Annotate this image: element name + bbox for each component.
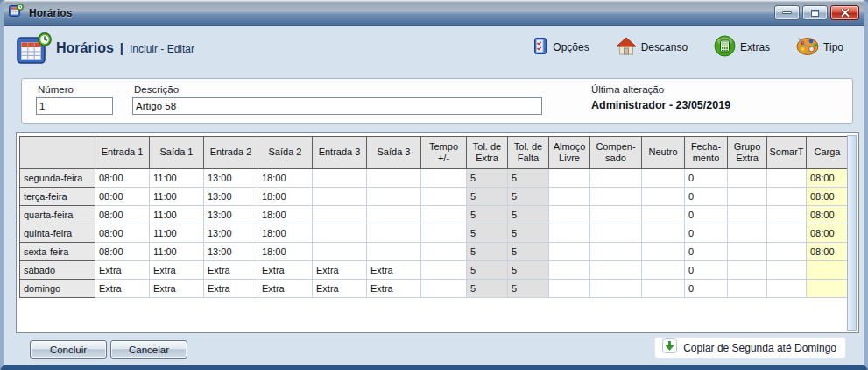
- schedule-cell[interactable]: Extra: [313, 280, 367, 298]
- schedule-cell[interactable]: [549, 224, 590, 243]
- schedule-cell[interactable]: [421, 224, 467, 243]
- schedule-cell[interactable]: [642, 243, 685, 261]
- schedule-cell[interactable]: [728, 169, 767, 188]
- schedule-cell[interactable]: [728, 188, 767, 206]
- schedule-cell[interactable]: 0: [685, 261, 728, 280]
- schedule-cell[interactable]: Extra: [150, 280, 204, 298]
- schedule-cell[interactable]: Extra: [313, 261, 367, 280]
- schedule-cell[interactable]: 08:00: [95, 224, 150, 243]
- schedule-cell[interactable]: [421, 206, 467, 224]
- schedule-cell[interactable]: [642, 206, 685, 224]
- schedule-cell[interactable]: 5: [508, 280, 549, 298]
- numero-input[interactable]: [36, 97, 113, 115]
- schedule-cell[interactable]: [642, 188, 685, 206]
- schedule-cell[interactable]: [367, 169, 421, 188]
- schedule-cell[interactable]: [313, 169, 367, 188]
- schedule-cell[interactable]: 18:00: [258, 188, 313, 206]
- schedule-cell[interactable]: [767, 206, 807, 224]
- schedule-cell[interactable]: [728, 206, 767, 224]
- schedule-cell[interactable]: 11:00: [150, 206, 204, 224]
- schedule-cell[interactable]: [590, 188, 642, 206]
- schedule-cell[interactable]: [767, 188, 807, 206]
- extras-button[interactable]: Extras: [714, 35, 770, 60]
- schedule-cell[interactable]: 5: [508, 188, 549, 206]
- schedule-cell[interactable]: Extra: [258, 261, 313, 280]
- schedule-cell[interactable]: 18:00: [258, 243, 313, 261]
- schedule-cell[interactable]: [549, 280, 590, 298]
- schedule-cell[interactable]: [313, 243, 367, 261]
- schedule-cell[interactable]: 5: [508, 243, 549, 261]
- schedule-cell[interactable]: 08:00: [807, 243, 849, 261]
- schedule-cell[interactable]: 0: [685, 188, 728, 206]
- schedule-cell[interactable]: [767, 224, 807, 243]
- schedule-cell[interactable]: [367, 224, 421, 243]
- copy-monday-sunday-button[interactable]: Copiar de Segunda até Domingo: [654, 337, 846, 359]
- schedule-cell[interactable]: 08:00: [95, 243, 150, 261]
- schedule-cell[interactable]: 0: [685, 206, 728, 224]
- maximize-button[interactable]: [802, 5, 828, 20]
- schedule-cell[interactable]: 08:00: [807, 169, 849, 188]
- schedule-cell[interactable]: 0: [685, 280, 728, 298]
- schedule-cell[interactable]: [590, 243, 642, 261]
- schedule-cell[interactable]: 18:00: [258, 169, 313, 188]
- schedule-cell[interactable]: [728, 261, 767, 280]
- opcoes-button[interactable]: Opções: [532, 37, 589, 58]
- schedule-cell[interactable]: 08:00: [95, 206, 150, 224]
- schedule-cell[interactable]: 11:00: [150, 188, 204, 206]
- schedule-cell[interactable]: [767, 280, 807, 298]
- schedule-cell[interactable]: [767, 169, 807, 188]
- schedule-cell[interactable]: 13:00: [204, 224, 258, 243]
- schedule-cell[interactable]: [313, 224, 367, 243]
- schedule-cell[interactable]: Extra: [367, 280, 421, 298]
- schedule-cell[interactable]: [642, 169, 685, 188]
- schedule-cell[interactable]: 5: [508, 206, 549, 224]
- schedule-cell[interactable]: 11:00: [150, 243, 204, 261]
- schedule-cell[interactable]: [549, 206, 590, 224]
- concluir-button[interactable]: Concluir: [30, 340, 107, 359]
- schedule-cell[interactable]: [728, 224, 767, 243]
- schedule-cell[interactable]: [421, 280, 467, 298]
- descanso-button[interactable]: Descanso: [616, 37, 688, 59]
- schedule-cell[interactable]: Extra: [204, 280, 258, 298]
- schedule-cell[interactable]: Extra: [367, 261, 421, 280]
- close-button[interactable]: [830, 5, 859, 20]
- schedule-cell[interactable]: 08:00: [807, 188, 849, 206]
- schedule-cell[interactable]: 13:00: [204, 243, 258, 261]
- schedule-cell[interactable]: [313, 206, 367, 224]
- schedule-cell[interactable]: [590, 280, 642, 298]
- schedule-cell[interactable]: 18:00: [258, 206, 313, 224]
- schedule-cell[interactable]: [421, 169, 467, 188]
- schedule-cell[interactable]: [642, 224, 685, 243]
- schedule-cell[interactable]: 13:00: [204, 169, 258, 188]
- schedule-cell[interactable]: [367, 206, 421, 224]
- schedule-cell[interactable]: [421, 243, 467, 261]
- tipo-button[interactable]: Tipo: [796, 36, 843, 59]
- minimize-button[interactable]: [774, 5, 800, 20]
- schedule-cell[interactable]: [590, 261, 642, 280]
- schedule-cell[interactable]: 5: [467, 243, 508, 261]
- schedule-cell[interactable]: 0: [685, 224, 728, 243]
- schedule-cell[interactable]: [728, 243, 767, 261]
- schedule-cell[interactable]: [590, 169, 642, 188]
- schedule-cell[interactable]: [549, 188, 590, 206]
- schedule-cell[interactable]: Extra: [150, 261, 204, 280]
- schedule-cell[interactable]: 5: [508, 169, 549, 188]
- descricao-input[interactable]: [132, 97, 542, 115]
- schedule-cell[interactable]: [642, 280, 685, 298]
- schedule-cell[interactable]: 5: [467, 224, 508, 243]
- schedule-cell[interactable]: [367, 188, 421, 206]
- schedule-cell[interactable]: 5: [467, 261, 508, 280]
- schedule-cell[interactable]: Extra: [95, 261, 150, 280]
- schedule-cell[interactable]: 5: [508, 224, 549, 243]
- schedule-cell[interactable]: 0: [685, 243, 728, 261]
- schedule-cell[interactable]: [549, 169, 590, 188]
- schedule-cell[interactable]: 11:00: [150, 169, 204, 188]
- schedule-cell[interactable]: 08:00: [807, 206, 849, 224]
- schedule-cell[interactable]: [807, 261, 849, 280]
- schedule-cell[interactable]: 08:00: [95, 169, 150, 188]
- schedule-cell[interactable]: 13:00: [204, 206, 258, 224]
- schedule-cell[interactable]: 08:00: [95, 188, 150, 206]
- schedule-cell[interactable]: [313, 188, 367, 206]
- schedule-cell[interactable]: Extra: [95, 280, 150, 298]
- schedule-cell[interactable]: [590, 206, 642, 224]
